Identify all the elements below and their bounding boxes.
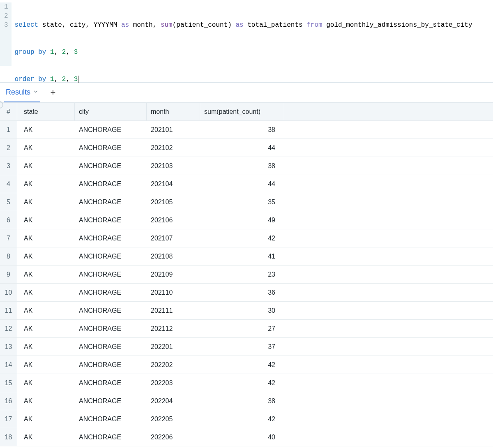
cell-month: 202110 xyxy=(147,289,200,296)
kw-as: as xyxy=(121,21,129,29)
num: 1 xyxy=(50,76,54,83)
cell-city: ANCHORAGE xyxy=(75,162,147,170)
table-row[interactable]: 14AKANCHORAGE20220242 xyxy=(0,356,493,374)
cell-city: ANCHORAGE xyxy=(75,416,147,423)
cell-month: 202105 xyxy=(147,199,200,206)
table-row[interactable]: 5AKANCHORAGE20210535 xyxy=(0,193,493,211)
cell-month: 202205 xyxy=(147,416,200,423)
cell-patients: 42 xyxy=(200,361,284,369)
cell-state: AK xyxy=(17,379,75,387)
cell-city: ANCHORAGE xyxy=(75,180,147,188)
header-city[interactable]: city xyxy=(75,103,147,120)
cell-month: 202101 xyxy=(147,126,200,134)
table-row[interactable]: 15AKANCHORAGE20220342 xyxy=(0,374,493,392)
sql-editor[interactable]: 1 2 3 select state, city, YYYYMM as mont… xyxy=(0,0,493,82)
cell-state: AK xyxy=(17,434,75,441)
row-number: 15 xyxy=(0,374,17,392)
alias-month: month xyxy=(133,21,153,29)
cell-city: ANCHORAGE xyxy=(75,289,147,296)
cell-patients: 49 xyxy=(200,217,284,224)
table-row[interactable]: 3AKANCHORAGE20210338 xyxy=(0,157,493,175)
row-number: 9 xyxy=(0,266,17,283)
cell-patients: 42 xyxy=(200,235,284,242)
cell-state: AK xyxy=(17,325,75,333)
cell-month: 202104 xyxy=(147,180,200,188)
table-row[interactable]: 10AKANCHORAGE20211036 xyxy=(0,284,493,302)
cell-state: AK xyxy=(17,144,75,152)
code-line-1[interactable]: select state, city, YYYYMM as month, sum… xyxy=(15,21,472,30)
table-row[interactable]: 1AKANCHORAGE20210138 xyxy=(0,121,493,139)
cell-month: 202202 xyxy=(147,361,200,369)
table-row[interactable]: 7AKANCHORAGE20210742 xyxy=(0,229,493,247)
table-row[interactable]: 9AKANCHORAGE20210923 xyxy=(0,266,493,284)
cell-month: 202108 xyxy=(147,253,200,260)
cell-patients: 42 xyxy=(200,379,284,387)
cell-city: ANCHORAGE xyxy=(75,434,147,441)
results-table: # state city month sum(patient_count) 1A… xyxy=(0,102,493,446)
cell-patients: 38 xyxy=(200,162,284,170)
num: 1 xyxy=(50,48,54,56)
cell-city: ANCHORAGE xyxy=(75,144,147,152)
table-row[interactable]: 18AKANCHORAGE20220640 xyxy=(0,428,493,446)
cell-month: 202107 xyxy=(147,235,200,242)
row-number: 4 xyxy=(0,175,17,193)
cell-state: AK xyxy=(17,416,75,423)
row-number: 6 xyxy=(0,211,17,229)
cell-state: AK xyxy=(17,289,75,296)
table-row[interactable]: 11AKANCHORAGE20211130 xyxy=(0,302,493,320)
cell-city: ANCHORAGE xyxy=(75,126,147,134)
row-number: 14 xyxy=(0,356,17,374)
cell-state: AK xyxy=(17,199,75,206)
table-row[interactable]: 17AKANCHORAGE20220542 xyxy=(0,410,493,428)
fn-sum: sum xyxy=(161,21,173,29)
cell-month: 202206 xyxy=(147,434,200,441)
table-header-row: # state city month sum(patient_count) xyxy=(0,103,493,121)
table-row[interactable]: 4AKANCHORAGE20210444 xyxy=(0,175,493,193)
table-name: gold_monthly_admissions_by_state_city xyxy=(326,21,472,29)
cell-patients: 38 xyxy=(200,397,284,405)
col-yyyymm: YYYYMM xyxy=(94,21,117,29)
cell-city: ANCHORAGE xyxy=(75,199,147,206)
cell-city: ANCHORAGE xyxy=(75,361,147,369)
col-city: city xyxy=(70,21,85,29)
row-number: 3 xyxy=(0,157,17,175)
kw-orderby: order by xyxy=(15,76,46,83)
cell-city: ANCHORAGE xyxy=(75,271,147,278)
table-row[interactable]: 6AKANCHORAGE20210649 xyxy=(0,211,493,229)
header-patients[interactable]: sum(patient_count) xyxy=(200,103,284,120)
cell-patients: 40 xyxy=(200,434,284,441)
row-number: 1 xyxy=(0,121,17,139)
kw-as: as xyxy=(235,21,243,29)
cell-city: ANCHORAGE xyxy=(75,379,147,387)
code-line-2[interactable]: group by 1, 2, 3 xyxy=(15,48,472,57)
cell-month: 202106 xyxy=(147,217,200,224)
cell-month: 202102 xyxy=(147,144,200,152)
table-row[interactable]: 8AKANCHORAGE20210841 xyxy=(0,247,493,266)
row-number: 10 xyxy=(0,284,17,301)
cell-city: ANCHORAGE xyxy=(75,217,147,224)
cell-patients: 27 xyxy=(200,325,284,333)
cell-city: ANCHORAGE xyxy=(75,343,147,351)
cell-month: 202112 xyxy=(147,325,200,333)
table-row[interactable]: 13AKANCHORAGE20220137 xyxy=(0,338,493,356)
cell-state: AK xyxy=(17,162,75,170)
header-state[interactable]: state xyxy=(17,103,75,120)
table-row[interactable]: 2AKANCHORAGE20210244 xyxy=(0,139,493,157)
row-number: 13 xyxy=(0,338,17,356)
code-line-3[interactable]: order by 1, 2, 3 xyxy=(15,75,472,84)
cell-month: 202103 xyxy=(147,162,200,170)
cell-patients: 38 xyxy=(200,126,284,134)
table-row[interactable]: 16AKANCHORAGE20220438 xyxy=(0,392,493,410)
code-area[interactable]: select state, city, YYYYMM as month, sum… xyxy=(12,2,472,66)
cell-month: 202111 xyxy=(147,307,200,314)
cell-state: AK xyxy=(17,180,75,188)
cell-city: ANCHORAGE xyxy=(75,397,147,405)
cell-state: AK xyxy=(17,126,75,134)
header-month[interactable]: month xyxy=(147,103,200,120)
cell-patients: 23 xyxy=(200,271,284,278)
table-row[interactable]: 12AKANCHORAGE20211227 xyxy=(0,320,493,338)
row-number: 16 xyxy=(0,392,17,410)
row-number: 11 xyxy=(0,302,17,319)
cell-patients: 44 xyxy=(200,144,284,152)
line-number: 2 xyxy=(4,12,8,21)
